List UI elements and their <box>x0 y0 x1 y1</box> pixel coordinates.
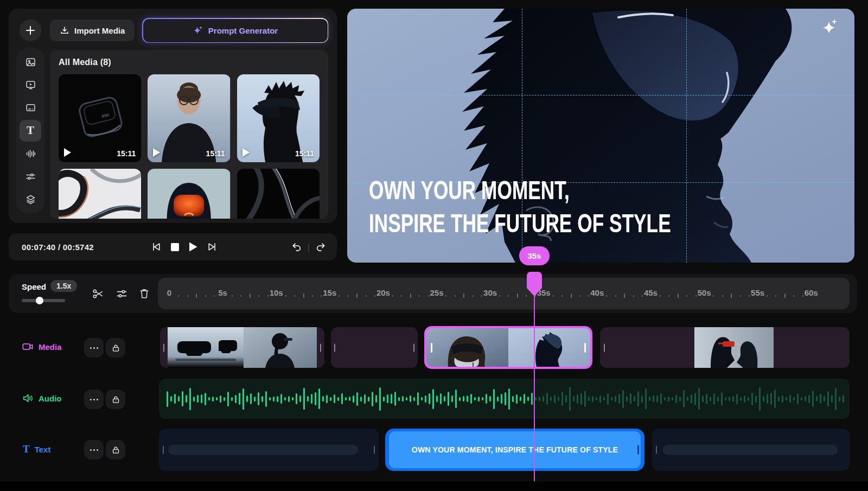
delete-clip-button[interactable] <box>138 287 151 300</box>
ruler-tick <box>473 295 474 297</box>
ruler-tick <box>731 294 732 298</box>
playhead-time-badge[interactable]: 35s <box>519 246 550 265</box>
playhead-line[interactable] <box>534 295 535 481</box>
ruler-tick <box>419 295 420 297</box>
ai-sparkle-icon[interactable] <box>821 18 839 37</box>
lock-icon <box>111 445 120 455</box>
audio-track-options-button[interactable] <box>84 390 104 409</box>
speed-slider-thumb[interactable] <box>36 297 43 304</box>
captions-icon <box>25 102 36 113</box>
media-track-lock-button[interactable] <box>106 338 125 358</box>
adjust-clip-button[interactable] <box>115 287 128 300</box>
clip-trim-handle[interactable] <box>637 445 639 455</box>
undo-button[interactable] <box>291 241 302 252</box>
clip-trim-handle[interactable] <box>163 446 164 454</box>
media-clip-2[interactable] <box>331 327 418 368</box>
media-item-portrait[interactable]: 15:11 <box>148 74 230 162</box>
prompt-generator-label: Prompt Generator <box>208 26 278 35</box>
audio-track-lock-button[interactable] <box>106 390 125 409</box>
text-track-label: T Text <box>23 443 50 455</box>
ruler-tick <box>615 295 616 297</box>
clip-trim-handle[interactable] <box>163 343 164 352</box>
tool-image[interactable] <box>20 51 41 73</box>
video-icon <box>25 79 36 91</box>
media-item-esc-keycap[interactable]: esc 15:11 <box>59 74 141 162</box>
clip-trim-handle[interactable] <box>656 446 657 454</box>
clip-thumbnail-two-women <box>694 327 774 368</box>
clip-trim-handle[interactable] <box>374 446 375 454</box>
media-item-dark-chrome[interactable] <box>237 169 320 219</box>
media-clip-4[interactable] <box>600 327 850 368</box>
clip-trim-handle[interactable] <box>604 343 605 352</box>
tool-adjust[interactable] <box>20 166 41 188</box>
play-button[interactable] <box>188 241 198 252</box>
media-track-options-button[interactable] <box>84 338 104 358</box>
tool-captions[interactable] <box>20 97 41 119</box>
ruler-tick <box>722 295 723 297</box>
audio-clip[interactable] <box>159 379 850 419</box>
ruler-tick <box>508 295 509 297</box>
ruler-tick <box>740 295 741 297</box>
ruler-tick <box>374 295 375 297</box>
add-button[interactable] <box>20 20 41 41</box>
audio-waveform <box>167 379 846 419</box>
ruler-tick <box>775 295 776 297</box>
media-clip-1[interactable] <box>160 327 324 368</box>
tool-video[interactable] <box>20 74 41 95</box>
ruler-tick <box>196 294 197 298</box>
ruler-tick <box>240 295 241 297</box>
ruler-tick <box>258 295 259 297</box>
image-icon <box>25 56 36 68</box>
clip-trim-handle[interactable] <box>320 343 321 352</box>
import-media-button[interactable]: Import Media <box>50 20 135 41</box>
ruler-tick <box>561 295 563 297</box>
selected-clip-trim-handle[interactable] <box>431 343 432 353</box>
ruler-tick <box>455 295 456 297</box>
tool-text[interactable]: T <box>20 120 41 142</box>
ruler-tick <box>571 294 572 298</box>
tool-layers[interactable] <box>20 189 41 211</box>
ruler-tick <box>793 295 794 297</box>
preview-text-overlay[interactable]: OWN YOUR MOMENT, INSPIRE THE FUTURE OF S… <box>369 174 671 240</box>
playhead-marker[interactable] <box>527 272 542 296</box>
tool-rail: T <box>16 48 44 214</box>
stop-button[interactable] <box>170 243 180 252</box>
ruler-label: 55s <box>751 288 764 297</box>
ruler-tick <box>695 295 697 297</box>
speed-label: Speed <box>22 282 46 291</box>
media-item-helmet[interactable] <box>148 169 230 219</box>
text-track-lock-button[interactable] <box>106 440 125 460</box>
import-media-label: Import Media <box>74 26 125 35</box>
skip-back-button[interactable] <box>151 241 162 252</box>
selected-clip-trim-handle[interactable] <box>584 343 586 353</box>
ruler-label: 15s <box>323 288 336 297</box>
ellipsis-icon <box>90 347 98 349</box>
clip-trim-handle[interactable] <box>413 343 414 352</box>
text-tool-icon: T <box>27 124 34 137</box>
clip-trim-handle[interactable] <box>334 343 335 352</box>
ruler-tick <box>624 294 625 298</box>
timeline-ruler[interactable]: 05s10s15s20s25s30s35s40s45s50s55s60s <box>158 278 850 309</box>
ruler-label: 25s <box>430 288 443 297</box>
text-clip-2-active[interactable]: OWN YOUR MOMENT, INSPIRE THE FUTURE OF S… <box>385 429 644 471</box>
split-clip-button[interactable] <box>91 287 104 300</box>
text-track-options-button[interactable] <box>84 440 104 460</box>
tool-audio[interactable] <box>20 143 41 164</box>
media-item-chrome-swirl[interactable] <box>59 169 141 219</box>
text-clip-1[interactable] <box>159 429 379 471</box>
skip-forward-button[interactable] <box>207 241 218 252</box>
preview-canvas[interactable]: OWN YOUR MOMENT, INSPIRE THE FUTURE OF S… <box>347 9 854 263</box>
text-clip-3[interactable] <box>652 429 850 471</box>
media-panel-title: All Media (8) <box>59 58 320 68</box>
ruler-tick <box>713 295 714 297</box>
prompt-generator-button[interactable]: Prompt Generator <box>142 18 328 43</box>
sparkle-icon <box>193 25 203 36</box>
redo-button[interactable] <box>315 241 326 252</box>
speed-slider[interactable] <box>22 299 65 302</box>
media-clip-3-selected[interactable] <box>424 326 592 369</box>
lock-icon <box>111 395 120 404</box>
library-panel: Import Media Prompt Generator T <box>9 9 337 223</box>
media-item-vr-headset[interactable]: 15:11 <box>237 74 320 162</box>
camera-icon <box>22 341 34 353</box>
ruler-label: 60s <box>805 288 818 297</box>
